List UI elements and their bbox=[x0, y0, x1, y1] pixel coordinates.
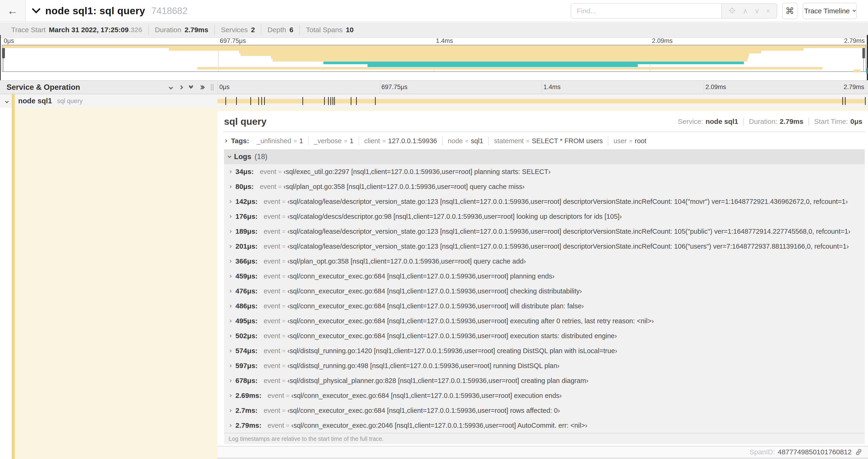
log-row[interactable]: 495μs:event=‹sql/conn_executor_exec.go:6… bbox=[224, 314, 865, 328]
log-row[interactable]: 201μs:event=‹sql/catalog/lease/descripto… bbox=[224, 239, 865, 254]
trace-id: 7418682 bbox=[151, 6, 188, 16]
command-icon: ⌘ bbox=[785, 6, 794, 16]
log-row[interactable]: 502μs:event=‹sql/conn_executor_exec.go:6… bbox=[224, 328, 865, 343]
column-resize-handle[interactable] bbox=[211, 84, 214, 91]
log-row[interactable]: 34μs:event=‹sql/exec_util.go:2297 [nsql1… bbox=[224, 164, 865, 179]
service-operation-header: Service & Operation bbox=[6, 81, 80, 94]
right-edge-teal-sliver bbox=[866, 68, 868, 74]
span-name-cell[interactable]: node sql1 sql query bbox=[18, 94, 83, 108]
expand-all-icon[interactable] bbox=[199, 86, 204, 89]
summary-item-label: Services bbox=[221, 26, 248, 34]
log-row[interactable]: 2.7ms:event=‹sql/conn_executor_exec.go:6… bbox=[224, 403, 865, 418]
tag-value: 127.0.0.1:59936 bbox=[388, 137, 437, 145]
log-row[interactable]: 2.69ms:event=‹sql/conn_executor_exec.go:… bbox=[224, 388, 865, 403]
equals-sign: = bbox=[282, 258, 286, 265]
left-scrubber-handle[interactable] bbox=[2, 47, 5, 58]
log-time: 459μs: bbox=[236, 272, 257, 280]
log-row[interactable]: 459μs:event=‹sql/conn_executor_exec.go:6… bbox=[224, 269, 865, 284]
log-row[interactable]: 80μs:event=‹sql/plan_opt.go:358 [nsql1,c… bbox=[224, 179, 865, 194]
equals-sign: = bbox=[286, 422, 289, 429]
equals-sign: = bbox=[344, 138, 347, 144]
tags-accordion[interactable]: Tags: _unfinished=1_verbose=1client=127.… bbox=[224, 134, 862, 147]
log-row[interactable]: 176μs:event=‹sql/catalog/descs/descripto… bbox=[224, 209, 865, 224]
spanid-value: 4877749850101760812 bbox=[778, 448, 852, 456]
log-field-key: event bbox=[268, 392, 284, 399]
log-row[interactable]: 476μs:event=‹sql/conn_executor_exec.go:6… bbox=[224, 284, 865, 299]
summary-item-label: Total Spans bbox=[306, 26, 343, 34]
spanid-label: SpanID: bbox=[750, 448, 775, 456]
log-time: 366μs: bbox=[236, 257, 257, 265]
log-time: 80μs: bbox=[236, 183, 254, 191]
minimap-span-bar bbox=[368, 64, 638, 67]
tag-item[interactable]: node=sql1 bbox=[442, 136, 488, 145]
next-result-icon[interactable]: ∨ bbox=[754, 7, 760, 14]
log-time: 201μs: bbox=[236, 242, 257, 250]
collapse-span-chevron-icon[interactable] bbox=[6, 99, 8, 104]
log-tick-mark bbox=[261, 97, 262, 105]
log-row[interactable]: 189μs:event=‹sql/catalog/lease/descripto… bbox=[224, 224, 865, 239]
chevron-right-icon bbox=[229, 260, 232, 263]
keyboard-shortcuts-button[interactable]: ⌘ bbox=[782, 3, 798, 19]
summary-item-value: 2.79ms bbox=[185, 26, 208, 34]
prev-result-icon[interactable]: ∧ bbox=[743, 7, 748, 14]
tag-item[interactable]: user=root bbox=[608, 136, 651, 145]
summary-item-value: 10 bbox=[346, 26, 353, 34]
log-tick-mark bbox=[236, 97, 237, 105]
link-icon[interactable] bbox=[855, 448, 863, 456]
log-field-value: ‹sql/plan_opt.go:358 [nsql1,client=127.0… bbox=[283, 183, 525, 191]
log-row[interactable]: 142μs:event=‹sql/catalog/lease/descripto… bbox=[224, 194, 865, 209]
log-field-value: ‹sql/conn_executor_exec.go:684 [nsql1,cl… bbox=[287, 287, 582, 295]
back-button[interactable]: ← bbox=[0, 0, 26, 22]
log-time: 176μs: bbox=[236, 212, 257, 220]
summary-item: Depth6 bbox=[261, 25, 299, 35]
clear-search-icon[interactable]: × bbox=[766, 7, 770, 14]
log-tick-mark bbox=[328, 97, 329, 105]
log-tick-mark bbox=[264, 97, 265, 105]
log-time: 2.79ms: bbox=[236, 421, 261, 429]
minimap-span-bar bbox=[169, 48, 804, 51]
log-row[interactable]: 597μs:event=‹sql/distsql_running.go:498 … bbox=[224, 358, 865, 373]
tag-item[interactable]: _verbose=1 bbox=[308, 136, 359, 145]
span-duration-bar[interactable] bbox=[217, 99, 866, 103]
span-color-accent bbox=[12, 94, 15, 108]
tag-item[interactable]: client=127.0.0.1:59936 bbox=[359, 136, 442, 145]
log-row[interactable]: 574μs:event=‹sql/distsql_running.go:1420… bbox=[224, 343, 865, 358]
tag-item[interactable]: _unfinished=1 bbox=[251, 136, 308, 145]
right-scrubber-handle[interactable] bbox=[862, 47, 865, 58]
summary-item: Duration2.79ms bbox=[148, 25, 214, 35]
collapse-controls bbox=[169, 81, 211, 94]
log-time: 574μs: bbox=[236, 347, 257, 355]
collapse-all-icon[interactable] bbox=[189, 86, 192, 88]
log-row[interactable]: 486μs:event=‹sql/conn_executor_exec.go:6… bbox=[224, 299, 865, 314]
log-field-key: event bbox=[264, 213, 280, 220]
tag-key: statement bbox=[494, 137, 524, 145]
spanid-bar: SpanID: 4877749850101760812 bbox=[217, 446, 868, 458]
expand-one-icon[interactable] bbox=[180, 86, 183, 89]
logs-accordion-header[interactable]: Logs (18) bbox=[224, 149, 865, 164]
chevron-right-icon bbox=[229, 379, 232, 382]
collapse-one-icon[interactable] bbox=[169, 86, 173, 89]
summary-item: Services2 bbox=[214, 25, 261, 35]
log-field-key: event bbox=[264, 242, 280, 250]
log-row[interactable]: 678μs:event=‹sql/distsql_physical_planne… bbox=[224, 373, 865, 388]
collapse-trace-chevron-icon[interactable] bbox=[33, 6, 39, 13]
tag-item[interactable]: statement=SELECT * FROM users bbox=[488, 136, 608, 145]
minimap-canvas[interactable] bbox=[2, 45, 866, 72]
chevron-right-icon bbox=[229, 215, 232, 218]
equals-sign: = bbox=[282, 213, 286, 220]
tag-value: 1 bbox=[299, 137, 303, 145]
locate-icon[interactable] bbox=[728, 6, 736, 15]
log-row[interactable]: 2.79ms:event=‹sql/conn_executor_exec.go:… bbox=[224, 418, 865, 433]
find-input[interactable] bbox=[571, 3, 721, 19]
tag-key: client bbox=[364, 137, 380, 145]
log-field-value: ‹sql/catalog/lease/descriptor_version_st… bbox=[287, 198, 848, 205]
chevron-down-icon bbox=[852, 9, 856, 12]
view-selector-button[interactable]: Trace Timeline bbox=[803, 3, 857, 19]
tag-value: SELECT * FROM users bbox=[532, 137, 603, 145]
log-row[interactable]: 366μs:event=‹sql/plan_opt.go:358 [nsql1,… bbox=[224, 254, 865, 269]
chevron-right-icon bbox=[229, 275, 232, 278]
page-title: node sql1: sql query bbox=[45, 5, 145, 17]
detail-header-row[interactable]: sql query Service: node sql1 Duration: 2… bbox=[224, 113, 862, 130]
equals-sign: = bbox=[286, 392, 289, 399]
chevron-right-icon bbox=[229, 364, 232, 367]
